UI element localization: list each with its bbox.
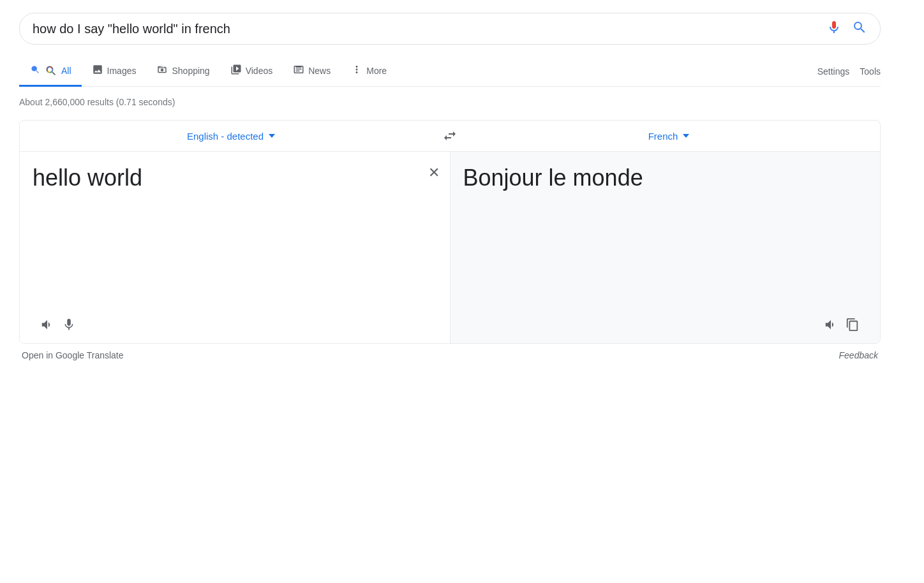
all-search-icon — [29, 64, 41, 77]
copy-translation-button[interactable] — [846, 318, 860, 332]
target-lang-label: French — [648, 131, 678, 142]
swap-languages-button[interactable] — [429, 128, 470, 144]
tab-videos[interactable]: Videos — [220, 56, 283, 87]
target-lang-button[interactable]: French — [470, 131, 867, 142]
search-icons — [826, 20, 867, 38]
source-lang-chevron — [269, 134, 275, 138]
translate-header: English - detected French — [20, 121, 880, 152]
result-audio-button[interactable] — [824, 318, 838, 332]
target-lang-chevron — [683, 134, 689, 138]
nav-settings-tools: Settings Tools — [817, 66, 881, 77]
google-q-icon — [45, 64, 57, 77]
clear-source-button[interactable]: ✕ — [428, 165, 440, 181]
mic-icon[interactable] — [826, 20, 842, 38]
translate-body: hello world ✕ Bonjour le monde — [20, 152, 880, 343]
translate-source-panel: hello world ✕ — [20, 152, 451, 343]
tab-images-label: Images — [107, 66, 137, 76]
translate-source-footer — [33, 313, 437, 337]
tab-more[interactable]: More — [341, 56, 397, 87]
results-count: About 2,660,000 results (0.71 seconds) — [19, 97, 881, 107]
tab-images[interactable]: Images — [82, 56, 147, 87]
translate-box: English - detected French hello world ✕ — [19, 120, 881, 344]
result-text: Bonjour le monde — [463, 165, 868, 313]
news-icon — [293, 64, 304, 77]
settings-link[interactable]: Settings — [817, 66, 850, 77]
translate-result-footer — [463, 313, 868, 337]
open-translate-link[interactable]: Open in Google Translate — [22, 350, 124, 360]
source-lang-label: English - detected — [187, 131, 264, 142]
tab-news-label: News — [308, 66, 331, 76]
more-icon — [351, 64, 362, 77]
source-mic-button[interactable] — [62, 318, 76, 332]
tab-all-label: All — [61, 66, 71, 76]
videos-icon — [230, 64, 242, 77]
source-audio-button[interactable] — [40, 318, 54, 332]
shopping-icon — [156, 64, 168, 77]
translate-bottom: Open in Google Translate Feedback — [19, 344, 881, 360]
source-text[interactable]: hello world — [33, 165, 437, 313]
feedback-link[interactable]: Feedback — [839, 350, 878, 360]
images-icon — [92, 64, 103, 77]
tab-videos-label: Videos — [246, 66, 273, 76]
search-icon[interactable] — [852, 20, 867, 38]
tab-all[interactable]: All — [19, 56, 82, 87]
tab-shopping[interactable]: Shopping — [146, 56, 220, 87]
nav-tabs: All Images Shopping Vid — [19, 56, 881, 87]
search-input[interactable] — [33, 22, 826, 36]
translate-result-panel: Bonjour le monde — [451, 152, 881, 343]
tab-news[interactable]: News — [283, 56, 341, 87]
source-lang-button[interactable]: English - detected — [33, 131, 429, 142]
tab-more-label: More — [366, 66, 387, 76]
search-bar — [19, 13, 881, 45]
tab-shopping-label: Shopping — [172, 66, 209, 76]
tools-link[interactable]: Tools — [860, 66, 881, 77]
